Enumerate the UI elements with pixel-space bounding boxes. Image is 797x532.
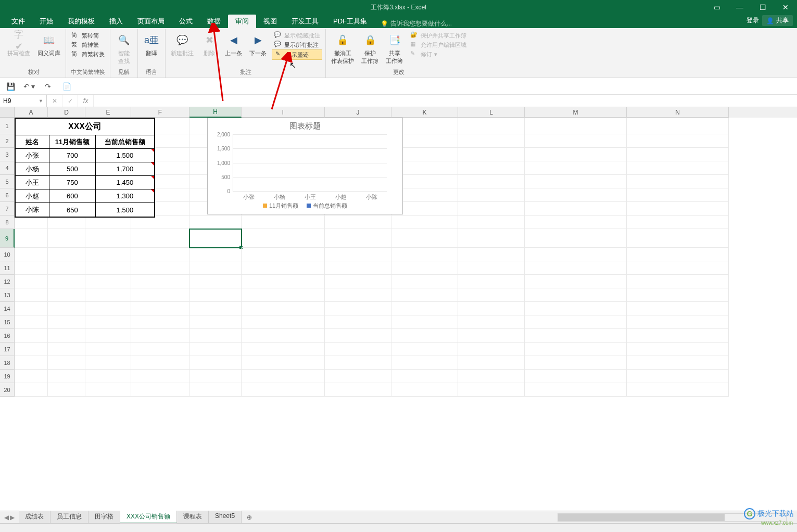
row-header-13[interactable]: 13 [0, 288, 15, 302]
share-workbook-button[interactable]: 📑共享 工作簿 [384, 31, 405, 66]
cell-I11[interactable] [242, 261, 325, 275]
cell-H18[interactable] [189, 356, 242, 370]
delete-comment-button[interactable]: ✖删除 [199, 31, 220, 58]
cell-F18[interactable] [131, 356, 189, 370]
cell-J20[interactable] [325, 383, 391, 397]
cell-L15[interactable] [458, 315, 525, 329]
simp-to-trad-button[interactable]: 繁简转繁 [69, 40, 107, 49]
menu-tab-开始[interactable]: 开始 [32, 15, 60, 28]
cell-H13[interactable] [189, 288, 242, 302]
sheet-nav-next[interactable]: ▶ [10, 514, 15, 521]
menu-tab-我的模板[interactable]: 我的模板 [60, 15, 102, 28]
cell-A14[interactable] [15, 302, 48, 315]
cell-M16[interactable] [525, 329, 627, 343]
maximize-button[interactable]: ☐ [751, 0, 774, 15]
cell-E20[interactable] [85, 383, 131, 397]
column-header-L[interactable]: L [458, 107, 525, 118]
smart-lookup-button[interactable]: 🔍 智能 查找 [113, 31, 134, 66]
redo-button[interactable]: ↷ [42, 80, 54, 93]
cell-M20[interactable] [525, 383, 627, 397]
menu-tab-文件[interactable]: 文件 [4, 15, 32, 28]
cell-L20[interactable] [458, 383, 525, 397]
menu-tab-开发工具[interactable]: 开发工具 [284, 15, 326, 28]
cell-N3[interactable] [627, 148, 729, 161]
cell-A20[interactable] [15, 383, 48, 397]
cell-K14[interactable] [391, 302, 458, 315]
row-header-12[interactable]: 12 [0, 275, 15, 288]
cell-L6[interactable] [458, 188, 525, 202]
tell-me-search[interactable]: 💡 告诉我您想要做什么... [381, 19, 452, 28]
cell-D9[interactable] [48, 229, 85, 248]
cell-I17[interactable] [242, 343, 325, 356]
cell-N16[interactable] [627, 329, 729, 343]
cell-N6[interactable] [627, 188, 729, 202]
cell-D12[interactable] [48, 275, 85, 288]
column-header-A[interactable]: A [15, 107, 48, 118]
thesaurus-button[interactable]: 📖 同义词库 [35, 31, 62, 58]
cell-A17[interactable] [15, 343, 48, 356]
cell-I9[interactable] [242, 229, 325, 248]
cell-D15[interactable] [48, 315, 85, 329]
sheet-tab-成绩表[interactable]: 成绩表 [19, 511, 50, 524]
row-header-6[interactable]: 6 [0, 188, 15, 202]
column-header-J[interactable]: J [325, 107, 391, 118]
cell-K8[interactable] [391, 216, 458, 229]
cell-H8[interactable] [189, 216, 242, 229]
cell-N4[interactable] [627, 161, 729, 175]
cell-J8[interactable] [325, 216, 391, 229]
cell-J18[interactable] [325, 356, 391, 370]
row-header-11[interactable]: 11 [0, 261, 15, 275]
cell-N5[interactable] [627, 175, 729, 188]
new-comment-button[interactable]: 💬新建批注 [169, 31, 196, 58]
cell-N2[interactable] [627, 134, 729, 148]
cell-F19[interactable] [131, 370, 189, 383]
sheet-nav-prev[interactable]: ◀ [4, 514, 9, 521]
cell-L14[interactable] [458, 302, 525, 315]
cell-J9[interactable] [325, 229, 391, 248]
cell-F9[interactable] [131, 229, 189, 248]
sheet-tab-课程表[interactable]: 课程表 [177, 511, 209, 524]
cell-H19[interactable] [189, 370, 242, 383]
column-header-H[interactable]: H [189, 107, 242, 118]
row-header-15[interactable]: 15 [0, 315, 15, 329]
cell-E16[interactable] [85, 329, 131, 343]
cell-F20[interactable] [131, 383, 189, 397]
cell-K19[interactable] [391, 370, 458, 383]
cell-A10[interactable] [15, 248, 48, 261]
cell-L10[interactable] [458, 248, 525, 261]
cell-L8[interactable] [458, 216, 525, 229]
cell-K16[interactable] [391, 329, 458, 343]
cancel-formula-button[interactable]: ✕ [47, 95, 62, 107]
column-header-K[interactable]: K [391, 107, 458, 118]
cell-L18[interactable] [458, 356, 525, 370]
cell-D19[interactable] [48, 370, 85, 383]
cell-K9[interactable] [391, 229, 458, 248]
cell-A9[interactable] [15, 229, 48, 248]
column-header-D[interactable]: D [48, 107, 85, 118]
cell-E10[interactable] [85, 248, 131, 261]
cell-E17[interactable] [85, 343, 131, 356]
column-header-M[interactable]: M [525, 107, 627, 118]
menu-tab-数据[interactable]: 数据 [200, 15, 228, 28]
cell-J14[interactable] [325, 302, 391, 315]
cell-N8[interactable] [627, 216, 729, 229]
row-header-19[interactable]: 19 [0, 370, 15, 383]
cell-M11[interactable] [525, 261, 627, 275]
cell-H9[interactable] [189, 229, 242, 248]
minimize-button[interactable]: — [728, 0, 751, 15]
cell-H17[interactable] [189, 343, 242, 356]
cell-L4[interactable] [458, 161, 525, 175]
row-header-3[interactable]: 3 [0, 148, 15, 161]
cell-M1[interactable] [525, 118, 627, 134]
cell-F10[interactable] [131, 248, 189, 261]
cell-L2[interactable] [458, 134, 525, 148]
cell-I20[interactable] [242, 383, 325, 397]
cell-N17[interactable] [627, 343, 729, 356]
row-header-4[interactable]: 4 [0, 161, 15, 175]
cell-K10[interactable] [391, 248, 458, 261]
cell-L11[interactable] [458, 261, 525, 275]
sheet-tab-田字格[interactable]: 田字格 [88, 511, 120, 524]
cell-F13[interactable] [131, 288, 189, 302]
cell-H20[interactable] [189, 383, 242, 397]
insert-function-button[interactable]: fx [78, 95, 94, 107]
